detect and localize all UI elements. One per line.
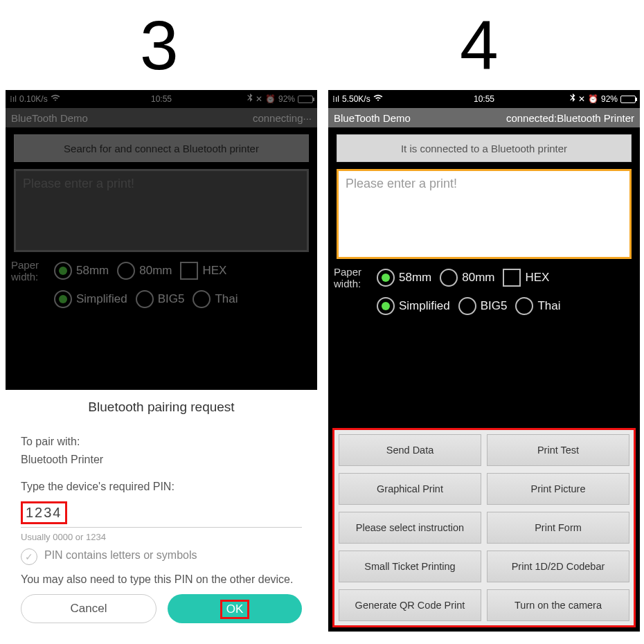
pin-input[interactable]: 1234 <box>26 505 62 520</box>
print-codebar-button[interactable]: Print 1D/2D Codebar <box>487 551 629 582</box>
label-80mm: 80mm <box>462 271 494 285</box>
label-58mm: 58mm <box>399 271 431 285</box>
connection-status: connecting··· <box>253 112 312 124</box>
search-connect-button[interactable]: Search for and connect a Bluetooth print… <box>14 134 309 162</box>
pair-device-name: Bluetooth Printer <box>21 452 302 467</box>
bluetooth-icon <box>247 93 253 105</box>
send-data-button[interactable]: Send Data <box>339 434 481 466</box>
pin-also-note: You may also need to type this PIN on th… <box>21 572 302 587</box>
options-area: Paper width: 58mm 80mm HEX Simplified BI… <box>328 259 640 325</box>
print-picture-button[interactable]: Print Picture <box>487 473 629 505</box>
select-instruction-button[interactable]: Please select instruction <box>339 512 481 544</box>
radio-58mm[interactable] <box>377 269 395 287</box>
pairing-dialog: Bluetooth pairing request To pair with: … <box>6 390 317 632</box>
step-number-3: 3 <box>140 6 179 85</box>
radio-58mm[interactable] <box>54 262 72 280</box>
pin-highlight: 1234 <box>21 501 67 524</box>
connected-banner[interactable]: It is connected to a Bluetooth printer <box>337 134 632 162</box>
print-text-input[interactable]: Please enter a print! <box>337 169 632 259</box>
battery-icon <box>620 96 636 103</box>
graphical-print-button[interactable]: Graphical Print <box>339 473 481 505</box>
paper-width-label: Paper width: <box>11 259 50 283</box>
radio-big5[interactable] <box>136 290 154 308</box>
dialog-title: Bluetooth pairing request <box>21 400 302 415</box>
pin-hint: Usually 0000 or 1234 <box>21 527 302 542</box>
alarm-icon: ⏰ <box>588 94 598 104</box>
radio-simplified[interactable] <box>377 297 395 315</box>
label-thai: Thai <box>215 292 238 306</box>
label-58mm: 58mm <box>76 264 109 278</box>
radio-simplified[interactable] <box>54 290 72 308</box>
connection-status: connected:Bluetooth Printer <box>506 112 634 124</box>
pair-with-label: To pair with: <box>21 434 302 449</box>
battery-icon <box>298 96 313 103</box>
app-title: BlueTooth Demo <box>11 112 88 124</box>
phone-screen-3: ⁞ıl 0.10K/s 10:55 ✕ ⏰ 92% BlueTooth Demo… <box>6 90 317 632</box>
action-grid: Send Data Print Test Graphical Print Pri… <box>332 428 636 627</box>
data-speed: 5.50K/s <box>342 94 370 104</box>
status-bar: ⁞ıl 0.10K/s 10:55 ✕ ⏰ 92% <box>6 90 317 108</box>
bluetooth-icon <box>570 93 575 105</box>
app-header: BlueTooth Demo connected:Bluetooth Print… <box>328 108 640 127</box>
checkbox-hex[interactable] <box>503 269 521 287</box>
ok-label: OK <box>226 602 244 616</box>
radio-80mm[interactable] <box>117 262 135 280</box>
print-text-input[interactable]: Please enter a print! <box>14 169 309 252</box>
print-test-button[interactable]: Print Test <box>487 434 629 466</box>
pin-symbols-checkbox[interactable]: ✓ <box>21 548 37 565</box>
label-big5: BIG5 <box>481 299 508 313</box>
wifi-icon <box>51 94 60 104</box>
options-area: Paper width: 58mm 80mm HEX Simplified BI… <box>6 252 317 318</box>
turn-on-camera-button[interactable]: Turn on the camera <box>487 589 629 621</box>
clock: 10:55 <box>151 94 172 104</box>
step-number-4: 4 <box>460 6 499 85</box>
status-bar: ⁞ıl 5.50K/s 10:55 ✕ ⏰ 92% <box>328 90 640 108</box>
pin-prompt: Type the device's required PIN: <box>21 479 302 494</box>
data-speed: 0.10K/s <box>19 94 48 104</box>
signal-icon: ⁞ıl <box>10 94 17 104</box>
pin-symbols-label: PIN contains letters or symbols <box>44 548 197 563</box>
signal-icon: ⁞ıl <box>332 94 339 104</box>
wifi-icon <box>373 94 383 104</box>
dnd-icon: ✕ <box>256 94 262 104</box>
label-80mm: 80mm <box>139 264 172 278</box>
cancel-button[interactable]: Cancel <box>21 594 156 623</box>
label-thai: Thai <box>537 299 560 313</box>
radio-80mm[interactable] <box>440 269 458 287</box>
checkbox-hex[interactable] <box>180 262 198 280</box>
radio-thai[interactable] <box>193 290 211 308</box>
battery-percent: 92% <box>601 94 618 104</box>
ok-button[interactable]: OK <box>168 594 302 623</box>
label-simplified: Simplified <box>76 292 127 306</box>
print-form-button[interactable]: Print Form <box>487 512 629 544</box>
ok-highlight: OK <box>220 600 250 619</box>
label-hex: HEX <box>525 271 549 285</box>
small-ticket-button[interactable]: Small Ticket Printing <box>339 551 481 582</box>
paper-width-label: Paper width: <box>334 266 373 290</box>
label-simplified: Simplified <box>399 299 450 313</box>
app-header: BlueTooth Demo connecting··· <box>6 108 317 127</box>
label-hex: HEX <box>202 264 226 278</box>
radio-thai[interactable] <box>515 297 533 315</box>
clock: 10:55 <box>474 94 494 104</box>
radio-big5[interactable] <box>458 297 476 315</box>
phone-screen-4: ⁞ıl 5.50K/s 10:55 ✕ ⏰ 92% BlueTooth Demo… <box>328 90 640 632</box>
generate-qr-button[interactable]: Generate QR Code Print <box>339 589 481 621</box>
label-big5: BIG5 <box>158 292 185 306</box>
app-title: BlueTooth Demo <box>334 112 411 124</box>
dnd-icon: ✕ <box>578 94 585 104</box>
alarm-icon: ⏰ <box>265 94 276 104</box>
battery-percent: 92% <box>278 94 295 104</box>
